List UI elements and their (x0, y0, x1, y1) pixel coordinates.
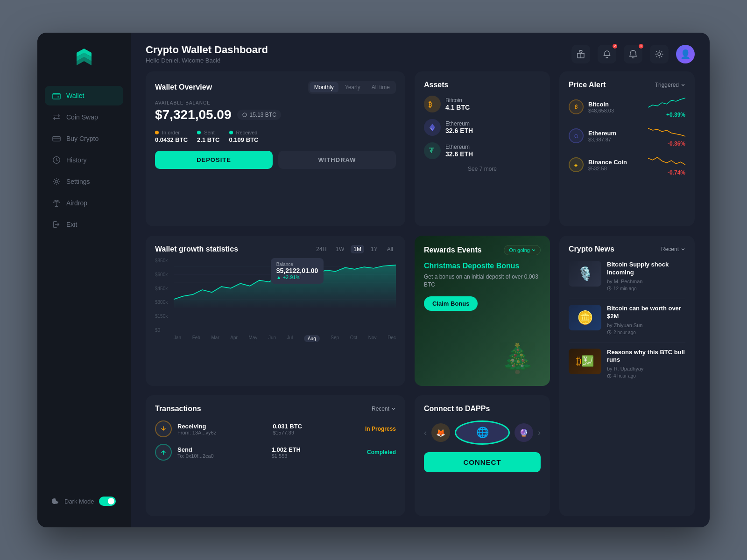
sidebar-item-exit[interactable]: Exit (45, 215, 123, 234)
ongoing-filter[interactable]: On going (504, 245, 541, 255)
time-tab-1m[interactable]: 1M (351, 245, 364, 253)
see-more-link[interactable]: See 7 more (424, 166, 541, 172)
chevron-down-small-icon (532, 248, 536, 252)
x-apr: Apr (230, 335, 238, 342)
x-oct: Oct (350, 335, 358, 342)
chevron-down-icon (681, 83, 685, 87)
history-icon (52, 156, 61, 164)
time-tab-1y[interactable]: 1Y (368, 245, 381, 253)
withdraw-button[interactable]: WITHDRAW (278, 151, 396, 169)
dashboard: Wallet Coin Swap Buy Crypto (37, 33, 710, 527)
tab-yearly[interactable]: Yearly (340, 82, 365, 92)
content-grid: Wallet Overview Monthly Yearly All time … (131, 71, 710, 527)
bell-button[interactable]: 1 (624, 45, 642, 63)
page-subtitle: Hello Deniel, Wlcome Back! (146, 57, 268, 64)
eth-mini-chart (648, 125, 685, 139)
news-author-0: by M. Pechman (607, 279, 685, 284)
deposite-button[interactable]: DEPOSITE (155, 151, 273, 169)
notifications-button[interactable]: 2 (598, 45, 616, 63)
news-title-0: Bitcoin Supply shock incoming (607, 261, 685, 277)
settings-button[interactable] (650, 45, 669, 63)
tx-amount-0: 0.031 BTC (273, 423, 302, 430)
time-tab-1w[interactable]: 1W (333, 245, 347, 253)
swap-icon (52, 113, 61, 121)
tx-filter[interactable]: Recent (372, 406, 396, 412)
gear-icon (655, 50, 663, 58)
settings-icon (52, 177, 61, 186)
eth-price-icon: ⬡ (569, 128, 584, 143)
exit-icon (52, 220, 61, 229)
chart-card: Wallet growth statistics 24H 1W 1M 1Y Al… (146, 236, 405, 386)
sidebar-wallet-label: Wallet (66, 92, 84, 99)
receive-arrow-icon (160, 425, 167, 433)
btc-symbol: ₿ (427, 99, 437, 109)
tx-name-1: Send (177, 446, 214, 453)
sidebar-item-coin-swap[interactable]: Coin Swap (45, 107, 123, 127)
x-mar: Mar (211, 335, 219, 342)
news-title-1: Bitcoin can be worth over $2M (607, 305, 685, 321)
dark-mode-toggle[interactable] (99, 497, 116, 506)
bnb-price-icon: ◈ (569, 157, 584, 172)
sidebar: Wallet Coin Swap Buy Crypto (37, 33, 131, 527)
clock-icon-1 (607, 330, 612, 335)
tab-monthly[interactable]: Monthly (310, 82, 338, 92)
header-title-area: Crypto Wallet Dashboard Hello Deniel, Wl… (146, 44, 268, 64)
eth-price-usd: $3,987.87 (588, 137, 616, 142)
tab-alltime[interactable]: All time (367, 82, 395, 92)
sidebar-exit-label: Exit (66, 221, 77, 228)
asset-item-bitcoin: ₿ Bitcoin 4.1 BTC (424, 96, 541, 112)
connect-button[interactable]: CONNECT (424, 452, 541, 472)
time-tab-all[interactable]: All (384, 245, 396, 253)
dapp-prev-button[interactable]: ‹ (424, 428, 427, 438)
news-time-0: 12 min ago (607, 286, 685, 291)
sidebar-item-settings[interactable]: Settings (45, 172, 123, 191)
x-may: May (248, 335, 257, 342)
dapp-next-button[interactable]: › (538, 428, 541, 438)
x-aug[interactable]: Aug (304, 335, 320, 342)
svg-point-4 (57, 96, 59, 98)
chart-y-labels: $850k $600k $450k $300k $150k $0 (155, 258, 168, 333)
eth-symbol (427, 122, 437, 133)
triggered-filter[interactable]: Triggered (655, 82, 685, 88)
news-item-1[interactable]: 🪙 Bitcoin can be worth over $2M by Zhiyu… (569, 305, 685, 335)
svg-rect-5 (53, 137, 60, 141)
sent-dot (197, 131, 201, 134)
sidebar-item-buy-crypto[interactable]: Buy Crypto (45, 129, 123, 148)
asset-item-ethereum: Ethereum 32.6 ETH (424, 119, 541, 136)
news-title: Crypto News (569, 245, 614, 253)
dapp-icons-row: ‹ 🦊 🌐 🔮 › (424, 420, 541, 445)
transactions-card: Transactions Recent (146, 395, 405, 516)
chart-tooltip: Balance $5,2122,01.00 ▲ +2.91% (271, 258, 324, 284)
news-time-1: 2 hour ago (607, 330, 685, 335)
asset-item-tether: ₮ Ethereum 32.6 ETH (424, 142, 541, 159)
inorder-label: In order (162, 130, 180, 135)
wallet-icon (52, 91, 61, 100)
news-item-2[interactable]: ₿💹 Reasons why this BTC bull runs by R. … (569, 349, 685, 379)
bitcoin-amount: 4.1 BTC (445, 104, 470, 111)
price-alert-card: Price Alert Triggered ₿ Bitco (559, 71, 695, 226)
gift-button[interactable] (571, 45, 590, 63)
balance-label: AVAILABLE BALANCE (155, 100, 396, 105)
dapp-icon-1-main[interactable]: 🌐 (455, 420, 510, 445)
header: Crypto Wallet Dashboard Hello Deniel, Wl… (131, 33, 710, 71)
eth-price-name: Ethereum (588, 130, 616, 137)
x-sep: Sep (331, 335, 339, 342)
btc-price-usd: $48,658.03 (588, 108, 614, 113)
user-avatar[interactable]: 👤 (676, 45, 695, 63)
sidebar-item-airdrop[interactable]: Airdrop (45, 193, 123, 213)
tether-icon: ₮ (424, 142, 441, 159)
btc-price-name: Bitcoin (588, 101, 614, 108)
x-feb: Feb (192, 335, 200, 342)
x-dec: Dec (388, 335, 396, 342)
dapp-icon-0[interactable]: 🦊 (431, 423, 450, 442)
dapp-icon-2[interactable]: 🔮 (514, 423, 533, 442)
claim-bonus-button[interactable]: Claim Bonus (424, 296, 478, 311)
news-title-2: Reasons why this BTC bull runs (607, 349, 685, 364)
sidebar-item-wallet[interactable]: Wallet (45, 86, 123, 105)
time-tab-24h[interactable]: 24H (313, 245, 329, 253)
sidebar-item-history[interactable]: History (45, 150, 123, 170)
tx-title: Transactions (155, 405, 201, 413)
tx-amount-1: 1.002 ETH (272, 446, 301, 453)
news-item-0[interactable]: 🎙️ Bitcoin Supply shock incoming by M. P… (569, 261, 685, 291)
news-filter[interactable]: Recent (661, 246, 685, 252)
